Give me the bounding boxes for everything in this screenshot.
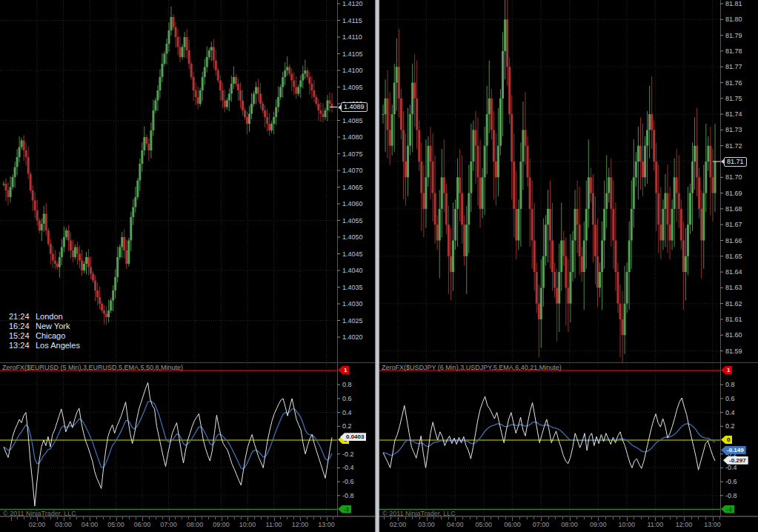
time-tick-label: 11:00 (642, 521, 668, 528)
candle-body (651, 114, 653, 130)
candle-body (119, 247, 121, 258)
time-tick-label: 09:00 (208, 521, 235, 528)
eurusd-price-canvas[interactable]: 1.41201.41151.41101.41051.41001.40951.40… (0, 0, 375, 362)
candle-body (669, 225, 671, 240)
candle-body (416, 99, 418, 130)
candle-body (493, 130, 495, 162)
candle-body (474, 130, 476, 145)
candle-body (436, 225, 439, 240)
candle-body (54, 261, 56, 265)
candle-body (590, 177, 592, 193)
candle-body (275, 107, 277, 118)
candle-body (461, 193, 463, 225)
candle-body (74, 247, 76, 258)
candle-body (230, 84, 233, 94)
candle-body (114, 277, 116, 290)
candle-body (409, 114, 411, 146)
candle-body (193, 77, 195, 90)
candle-body (293, 81, 295, 87)
candle-body (538, 304, 540, 319)
candle-body (594, 225, 596, 256)
candle-body (284, 70, 286, 77)
time-axis-tick (605, 517, 606, 519)
price-tick-label: 81.75 (725, 95, 742, 102)
time-axis-tick (491, 517, 491, 519)
candle-body (450, 256, 452, 272)
usdjpy-indicator-canvas[interactable]: 0.80.60.40.2-0.2-0.4-0.6-0.8 (379, 363, 758, 516)
clock-city: Chicago (36, 331, 65, 340)
price-tick-label: 81.65 (725, 253, 742, 260)
candle-body (430, 146, 432, 162)
candle-body (179, 47, 182, 58)
time-axis-tick (96, 517, 97, 519)
candle-body (685, 256, 687, 272)
time-axis-tick (462, 517, 463, 519)
eurusd-indicator-canvas[interactable]: 0.80.60.40.2-0.2-0.4-0.6-0.8 (0, 363, 375, 516)
time-axis-tick (11, 517, 12, 521)
candle-body (21, 141, 23, 147)
price-tick-label: 1.4115 (342, 17, 362, 24)
candle-body (711, 177, 714, 193)
candle-body (569, 272, 571, 304)
candle-body (222, 90, 224, 101)
usdjpy-price-canvas[interactable]: 81.8181.8081.7981.7881.7781.7681.7581.74… (379, 0, 758, 362)
time-axis-tick (441, 517, 442, 519)
candle-body (432, 162, 434, 193)
candle-body (34, 201, 36, 211)
candle-body (244, 110, 246, 117)
candle-body (297, 87, 299, 94)
candle-body (585, 209, 588, 241)
time-tick-label: 05:00 (471, 521, 497, 528)
candle-body (257, 87, 259, 94)
candle-body (605, 193, 608, 209)
time-axis-tick (122, 517, 123, 519)
candle-body (70, 241, 72, 251)
candle-body (495, 162, 497, 177)
time-axis-tick (129, 517, 130, 519)
price-tick-label: 81.79 (725, 32, 742, 39)
price-tick-label: 1.4020 (342, 333, 363, 341)
clock-city: New York (36, 322, 70, 330)
price-tick-label: 81.81 (725, 0, 742, 7)
price-tick-label: 1.4060 (342, 200, 363, 207)
candle-body (116, 257, 119, 277)
time-axis-tick (267, 517, 268, 519)
time-axis-tick (498, 517, 499, 519)
candle-body (420, 162, 422, 193)
usdjpy-time-axis[interactable]: 02:0003:0004:0005:0006:0007:0008:0009:00… (379, 516, 758, 532)
oscillator-value-badge: 0.0403 (340, 433, 366, 441)
price-tick-label: 1.4030 (342, 300, 363, 307)
candle-body (504, 19, 506, 51)
eurusd-time-axis[interactable]: 02:0003:0004:0005:0006:0007:0008:0009:00… (0, 516, 375, 532)
candle-body (470, 162, 472, 193)
candle-body (123, 237, 125, 250)
candle-body (112, 290, 114, 301)
candle-body (443, 177, 445, 193)
time-axis-tick (433, 517, 434, 519)
candle-body (491, 99, 493, 130)
copyright-watermark: © 2011 NinjaTrader, LLC (382, 510, 456, 517)
candle-body (581, 256, 583, 272)
time-axis-tick (676, 517, 677, 519)
time-axis-tick (576, 517, 577, 519)
clock-city: Los Angeles (36, 341, 80, 350)
time-tick-label: 04:00 (76, 521, 103, 528)
candle-body (61, 247, 63, 258)
candle-body (266, 117, 268, 124)
candle-body (468, 193, 470, 225)
price-tick-label: 81.69 (725, 190, 742, 197)
last-price-marker: 1.4089 (341, 102, 368, 112)
candle-body (127, 241, 130, 265)
time-axis-tick (215, 517, 216, 519)
candle-body (527, 146, 529, 178)
time-axis-tick (613, 517, 614, 519)
clock-time: 21:24 (9, 312, 36, 322)
candle-body (299, 81, 302, 87)
clock-city: London (36, 312, 63, 321)
world-clock-row: 16:24New York (9, 322, 80, 331)
indicator-tick-label: 0.8 (342, 381, 352, 388)
candle-body (694, 146, 696, 162)
candle-body (657, 193, 659, 225)
candle-body (393, 83, 396, 115)
candle-body (628, 241, 631, 273)
